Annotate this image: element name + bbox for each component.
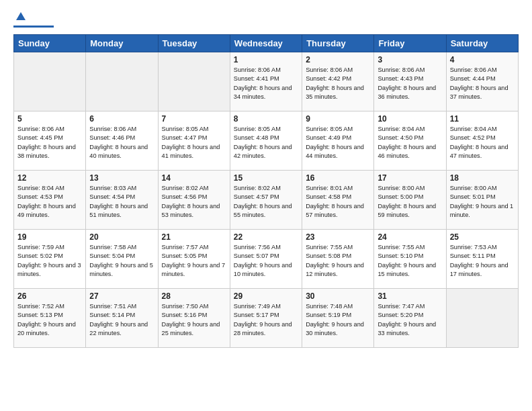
day-info: Sunrise: 7:53 AM Sunset: 5:11 PM Dayligh… — [450, 243, 515, 279]
calendar-cell: 5Sunrise: 8:06 AM Sunset: 4:45 PM Daylig… — [14, 111, 86, 171]
day-info: Sunrise: 7:55 AM Sunset: 5:08 PM Dayligh… — [306, 243, 370, 279]
day-info: Sunrise: 7:56 AM Sunset: 5:07 PM Dayligh… — [234, 243, 298, 279]
day-number: 22 — [234, 232, 298, 242]
day-number: 25 — [450, 232, 515, 242]
day-info: Sunrise: 8:06 AM Sunset: 4:42 PM Dayligh… — [306, 66, 370, 101]
calendar-cell: 31Sunrise: 7:47 AM Sunset: 5:20 PM Dayli… — [374, 289, 446, 348]
week-row-2: 5Sunrise: 8:06 AM Sunset: 4:45 PM Daylig… — [14, 111, 519, 171]
calendar-cell: 14Sunrise: 8:02 AM Sunset: 4:56 PM Dayli… — [158, 171, 230, 230]
calendar-cell: 15Sunrise: 8:02 AM Sunset: 4:57 PM Dayli… — [230, 171, 302, 230]
day-number: 16 — [306, 173, 370, 183]
day-number: 7 — [162, 114, 226, 124]
calendar-cell: 10Sunrise: 8:04 AM Sunset: 4:50 PM Dayli… — [374, 111, 446, 171]
calendar-cell: 24Sunrise: 7:55 AM Sunset: 5:10 PM Dayli… — [374, 230, 446, 289]
day-number: 11 — [450, 114, 515, 124]
day-info: Sunrise: 7:55 AM Sunset: 5:10 PM Dayligh… — [378, 243, 442, 279]
calendar-cell — [158, 52, 230, 111]
calendar-cell: 22Sunrise: 7:56 AM Sunset: 5:07 PM Dayli… — [230, 230, 302, 289]
day-info: Sunrise: 7:52 AM Sunset: 5:13 PM Dayligh… — [17, 302, 82, 338]
day-number: 9 — [306, 114, 370, 124]
logo-icon — [15, 11, 27, 23]
day-number: 13 — [89, 173, 154, 183]
day-number: 29 — [234, 291, 298, 301]
calendar-cell: 16Sunrise: 8:01 AM Sunset: 4:58 PM Dayli… — [302, 171, 374, 230]
calendar-cell: 25Sunrise: 7:53 AM Sunset: 5:11 PM Dayli… — [446, 230, 518, 289]
calendar-cell: 1Sunrise: 8:06 AM Sunset: 4:41 PM Daylig… — [230, 52, 302, 111]
calendar-cell: 17Sunrise: 8:00 AM Sunset: 5:00 PM Dayli… — [374, 171, 446, 230]
calendar-cell: 30Sunrise: 7:48 AM Sunset: 5:19 PM Dayli… — [302, 289, 374, 348]
calendar-cell: 2Sunrise: 8:06 AM Sunset: 4:42 PM Daylig… — [302, 52, 374, 111]
calendar-cell: 23Sunrise: 7:55 AM Sunset: 5:08 PM Dayli… — [302, 230, 374, 289]
day-info: Sunrise: 8:03 AM Sunset: 4:54 PM Dayligh… — [89, 184, 154, 220]
day-number: 20 — [89, 232, 154, 242]
day-info: Sunrise: 8:00 AM Sunset: 5:00 PM Dayligh… — [378, 184, 442, 220]
day-number: 26 — [17, 291, 82, 301]
day-info: Sunrise: 8:00 AM Sunset: 5:01 PM Dayligh… — [450, 184, 515, 220]
day-info: Sunrise: 8:05 AM Sunset: 4:48 PM Dayligh… — [234, 125, 298, 161]
weekday-thursday: Thursday — [302, 35, 374, 52]
day-info: Sunrise: 7:58 AM Sunset: 5:04 PM Dayligh… — [89, 243, 154, 279]
calendar-cell — [446, 289, 518, 348]
day-number: 19 — [17, 232, 82, 242]
day-info: Sunrise: 8:06 AM Sunset: 4:45 PM Dayligh… — [17, 125, 82, 161]
calendar-cell: 3Sunrise: 8:06 AM Sunset: 4:43 PM Daylig… — [374, 52, 446, 111]
calendar-cell: 20Sunrise: 7:58 AM Sunset: 5:04 PM Dayli… — [86, 230, 158, 289]
day-number: 17 — [378, 173, 442, 183]
day-info: Sunrise: 8:06 AM Sunset: 4:44 PM Dayligh… — [450, 66, 515, 101]
weekday-header-row: SundayMondayTuesdayWednesdayThursdayFrid… — [14, 35, 519, 52]
day-number: 23 — [306, 232, 370, 242]
day-info: Sunrise: 8:06 AM Sunset: 4:46 PM Dayligh… — [89, 125, 154, 161]
day-info: Sunrise: 8:02 AM Sunset: 4:57 PM Dayligh… — [234, 184, 298, 220]
day-info: Sunrise: 7:49 AM Sunset: 5:17 PM Dayligh… — [234, 302, 298, 338]
header — [13, 11, 519, 28]
day-info: Sunrise: 7:50 AM Sunset: 5:16 PM Dayligh… — [162, 302, 226, 338]
day-number: 31 — [378, 291, 442, 301]
day-info: Sunrise: 8:04 AM Sunset: 4:52 PM Dayligh… — [450, 125, 515, 161]
calendar-cell: 21Sunrise: 7:57 AM Sunset: 5:05 PM Dayli… — [158, 230, 230, 289]
svg-marker-0 — [16, 12, 26, 20]
day-info: Sunrise: 7:47 AM Sunset: 5:20 PM Dayligh… — [378, 302, 442, 338]
calendar-cell: 27Sunrise: 7:51 AM Sunset: 5:14 PM Dayli… — [86, 289, 158, 348]
day-number: 24 — [378, 232, 442, 242]
week-row-3: 12Sunrise: 8:04 AM Sunset: 4:53 PM Dayli… — [14, 171, 519, 230]
day-info: Sunrise: 7:57 AM Sunset: 5:05 PM Dayligh… — [162, 243, 226, 279]
day-number: 15 — [234, 173, 298, 183]
day-number: 27 — [89, 291, 154, 301]
day-number: 4 — [450, 55, 515, 64]
page: SundayMondayTuesdayWednesdayThursdayFrid… — [0, 0, 532, 411]
calendar-cell: 11Sunrise: 8:04 AM Sunset: 4:52 PM Dayli… — [446, 111, 518, 171]
calendar-cell: 26Sunrise: 7:52 AM Sunset: 5:13 PM Dayli… — [14, 289, 86, 348]
calendar-cell: 28Sunrise: 7:50 AM Sunset: 5:16 PM Dayli… — [158, 289, 230, 348]
calendar-cell — [14, 52, 86, 111]
calendar-cell: 19Sunrise: 7:59 AM Sunset: 5:02 PM Dayli… — [14, 230, 86, 289]
weekday-wednesday: Wednesday — [230, 35, 302, 52]
day-info: Sunrise: 8:06 AM Sunset: 4:41 PM Dayligh… — [234, 66, 298, 101]
weekday-sunday: Sunday — [14, 35, 86, 52]
day-number: 21 — [162, 232, 226, 242]
day-info: Sunrise: 8:05 AM Sunset: 4:49 PM Dayligh… — [306, 125, 370, 161]
day-info: Sunrise: 8:04 AM Sunset: 4:50 PM Dayligh… — [378, 125, 442, 161]
day-number: 30 — [306, 291, 370, 301]
calendar-cell — [86, 52, 158, 111]
calendar-cell: 12Sunrise: 8:04 AM Sunset: 4:53 PM Dayli… — [14, 171, 86, 230]
day-info: Sunrise: 7:51 AM Sunset: 5:14 PM Dayligh… — [89, 302, 154, 338]
day-number: 2 — [306, 55, 370, 64]
day-number: 14 — [162, 173, 226, 183]
day-info: Sunrise: 8:04 AM Sunset: 4:53 PM Dayligh… — [17, 184, 82, 220]
calendar-table: SundayMondayTuesdayWednesdayThursdayFrid… — [13, 34, 519, 348]
day-info: Sunrise: 8:01 AM Sunset: 4:58 PM Dayligh… — [306, 184, 370, 220]
day-number: 28 — [162, 291, 226, 301]
calendar-cell: 9Sunrise: 8:05 AM Sunset: 4:49 PM Daylig… — [302, 111, 374, 171]
calendar-cell: 29Sunrise: 7:49 AM Sunset: 5:17 PM Dayli… — [230, 289, 302, 348]
weekday-saturday: Saturday — [446, 35, 518, 52]
weekday-friday: Friday — [374, 35, 446, 52]
calendar-cell: 18Sunrise: 8:00 AM Sunset: 5:01 PM Dayli… — [446, 171, 518, 230]
day-number: 5 — [17, 114, 82, 124]
day-number: 8 — [234, 114, 298, 124]
calendar-cell: 13Sunrise: 8:03 AM Sunset: 4:54 PM Dayli… — [86, 171, 158, 230]
day-number: 1 — [234, 55, 298, 64]
week-row-4: 19Sunrise: 7:59 AM Sunset: 5:02 PM Dayli… — [14, 230, 519, 289]
day-info: Sunrise: 8:05 AM Sunset: 4:47 PM Dayligh… — [162, 125, 226, 161]
day-info: Sunrise: 8:02 AM Sunset: 4:56 PM Dayligh… — [162, 184, 226, 220]
calendar-cell: 6Sunrise: 8:06 AM Sunset: 4:46 PM Daylig… — [86, 111, 158, 171]
